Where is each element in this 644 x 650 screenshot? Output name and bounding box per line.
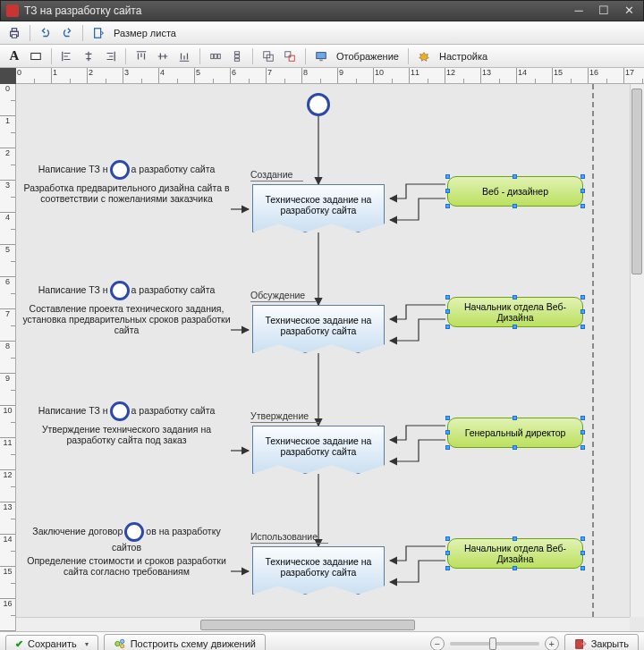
annotation-body: Определение стоимости и сроков разработк… xyxy=(21,555,232,577)
role-node[interactable]: Веб - дизайнер xyxy=(447,176,583,207)
zoom-out-button[interactable]: − xyxy=(430,637,445,650)
svg-rect-10 xyxy=(234,55,239,57)
role-node[interactable]: Начальник отдела Веб-Дизайна xyxy=(447,297,583,327)
annotation[interactable]: Написание ТЗ на разработку сайтаРазработ… xyxy=(21,160,232,204)
zoom-in-button[interactable]: + xyxy=(545,637,559,650)
page-margin-guide xyxy=(592,84,594,617)
svg-rect-5 xyxy=(211,54,214,58)
distribute-v-button[interactable] xyxy=(228,47,246,65)
resize-handle[interactable] xyxy=(445,309,450,314)
resize-handle[interactable] xyxy=(445,295,450,300)
resize-handle[interactable] xyxy=(580,309,585,314)
zoom-slider[interactable] xyxy=(450,642,539,646)
resize-handle[interactable] xyxy=(580,536,585,541)
text-tool[interactable]: A xyxy=(5,47,23,65)
align-left-button[interactable] xyxy=(58,47,76,65)
ruler-vertical: 012345678910111213141516 xyxy=(0,84,16,631)
redo-button[interactable] xyxy=(58,24,76,42)
resize-handle[interactable] xyxy=(580,551,585,555)
resize-handle[interactable] xyxy=(445,416,450,420)
svg-rect-13 xyxy=(285,51,291,56)
resize-handle[interactable] xyxy=(580,566,585,570)
resize-handle[interactable] xyxy=(445,325,450,329)
minimize-button[interactable]: ─ xyxy=(570,4,588,18)
annotation[interactable]: Заключение договоров на разработку сайто… xyxy=(21,522,232,577)
stage-label: Обсуждение xyxy=(250,290,316,302)
resize-handle[interactable] xyxy=(513,536,517,541)
align-right-button[interactable] xyxy=(101,47,119,65)
resize-handle[interactable] xyxy=(580,445,585,450)
bottom-bar: ✔Сохранить Построить схему движений − + … xyxy=(0,631,644,650)
resize-handle[interactable] xyxy=(580,189,585,193)
toolbar-secondary: A Отображение Настройка xyxy=(0,45,644,68)
resize-handle[interactable] xyxy=(513,325,517,329)
resize-handle[interactable] xyxy=(445,551,450,555)
annotation-body: Составление проекта технического задания… xyxy=(21,303,232,335)
rect-tool[interactable] xyxy=(27,47,45,65)
svg-rect-9 xyxy=(234,58,239,61)
ungroup-button[interactable] xyxy=(281,47,299,65)
save-button[interactable]: ✔Сохранить xyxy=(5,635,98,651)
document-node[interactable]: Техническое задание на разработку сайта xyxy=(252,305,385,353)
resize-handle[interactable] xyxy=(513,445,517,450)
scrollbar-horizontal[interactable] xyxy=(16,617,630,631)
display-icon[interactable] xyxy=(312,47,330,65)
close-window-button[interactable]: ✕ xyxy=(620,4,638,18)
align-top-button[interactable] xyxy=(132,47,150,65)
settings-label[interactable]: Настройка xyxy=(436,51,490,62)
resize-handle[interactable] xyxy=(445,174,450,179)
resize-handle[interactable] xyxy=(513,204,517,208)
undo-button[interactable] xyxy=(37,24,55,42)
ruler-horizontal: 01234567891011121314151617 xyxy=(16,68,644,84)
annotation[interactable]: Написание ТЗ на разработку сайтаУтвержде… xyxy=(21,401,232,445)
distribute-h-button[interactable] xyxy=(207,47,225,65)
resize-handle[interactable] xyxy=(513,174,517,179)
resize-handle[interactable] xyxy=(445,566,450,570)
stage-label: Утверждение xyxy=(250,410,319,423)
align-center-h-button[interactable] xyxy=(80,47,97,65)
page-size-label[interactable]: Размер листа xyxy=(111,28,179,38)
role-node[interactable]: Начальник отдела Веб-Дизайна xyxy=(447,538,583,569)
group-button[interactable] xyxy=(259,47,277,65)
page-size-icon[interactable] xyxy=(89,24,107,42)
start-node[interactable] xyxy=(307,93,330,116)
resize-handle[interactable] xyxy=(580,174,585,179)
document-node[interactable]: Техническое задание на разработку сайта xyxy=(252,184,385,232)
print-button[interactable] xyxy=(5,24,23,42)
document-node[interactable]: Техническое задание на разработку сайта xyxy=(252,426,385,474)
annotation-head: Написание ТЗ на разработку сайта xyxy=(21,281,232,300)
annotation-body: Утверждение технического задания на разр… xyxy=(21,424,232,445)
resize-handle[interactable] xyxy=(513,295,517,300)
resize-handle[interactable] xyxy=(580,204,585,208)
resize-handle[interactable] xyxy=(513,416,517,420)
document-node[interactable]: Техническое задание на разработку сайта xyxy=(252,546,385,595)
resize-handle[interactable] xyxy=(445,536,450,541)
resize-handle[interactable] xyxy=(580,416,585,420)
maximize-button[interactable]: ☐ xyxy=(595,4,613,18)
svg-rect-1 xyxy=(12,28,16,31)
role-node[interactable]: Генеральный директор xyxy=(447,418,583,448)
role-label: Веб - дизайнер xyxy=(482,186,548,197)
display-label[interactable]: Отображение xyxy=(334,51,402,62)
resize-handle[interactable] xyxy=(580,325,585,329)
annotation[interactable]: Написание ТЗ на разработку сайтаСоставле… xyxy=(21,281,232,335)
stage-label: Создание xyxy=(250,169,303,181)
settings-icon[interactable] xyxy=(415,47,433,65)
resize-handle[interactable] xyxy=(513,566,517,570)
canvas[interactable]: Написание ТЗ на разработку сайтаРазработ… xyxy=(16,84,644,631)
scrollbar-vertical[interactable] xyxy=(630,84,644,617)
resize-handle[interactable] xyxy=(445,430,450,435)
role-label: Начальник отдела Веб-Дизайна xyxy=(452,301,579,323)
resize-handle[interactable] xyxy=(580,295,585,300)
build-scheme-button[interactable]: Построить схему движений xyxy=(104,634,266,650)
resize-handle[interactable] xyxy=(445,189,450,193)
toolbar-primary: Размер листа xyxy=(0,21,644,45)
close-button[interactable]: Закрыть xyxy=(564,634,639,650)
svg-rect-4 xyxy=(31,53,41,59)
resize-handle[interactable] xyxy=(445,204,450,208)
align-bottom-button[interactable] xyxy=(175,47,193,65)
resize-handle[interactable] xyxy=(580,430,585,435)
resize-handle[interactable] xyxy=(445,445,450,450)
zoom-control: − + xyxy=(430,637,559,650)
align-center-v-button[interactable] xyxy=(154,47,172,65)
